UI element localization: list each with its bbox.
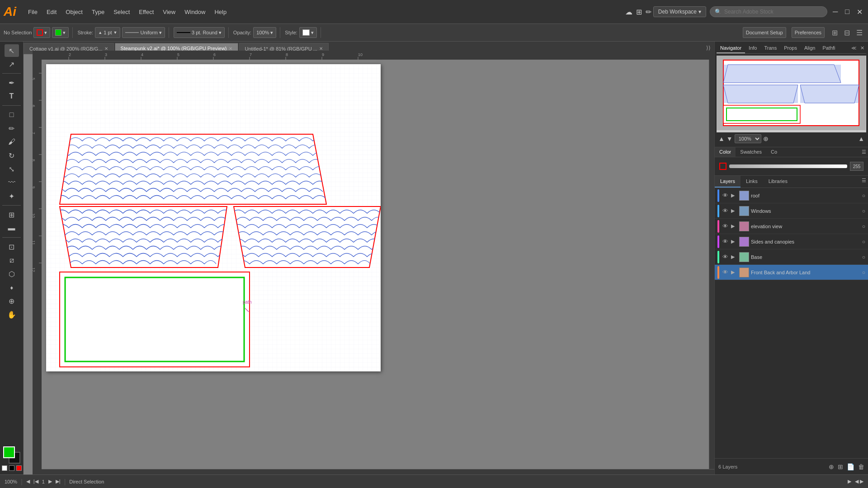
layer-expand-base[interactable]: ▶ — [731, 254, 737, 260]
blend-tool[interactable]: ⬡ — [5, 267, 19, 280]
search-input[interactable] — [724, 9, 815, 15]
layer-item-base[interactable]: 👁 ▶ Base ○ — [715, 249, 868, 265]
pencil-tool[interactable]: ✏ — [5, 122, 19, 135]
page-number[interactable]: 1 — [42, 479, 45, 484]
scale-tool[interactable]: ⤡ — [5, 163, 19, 175]
select-tool[interactable]: ↖ — [5, 44, 19, 57]
color-value[interactable]: 255 — [850, 162, 863, 171]
slice-tool[interactable]: ⧄ — [5, 254, 19, 267]
menu-window[interactable]: Window — [180, 0, 210, 23]
zoom-display[interactable]: 100% — [5, 479, 17, 484]
minimize-icon[interactable]: ─ — [831, 6, 840, 18]
layer-item-roof[interactable]: 👁 ▶ roof ○ — [715, 188, 868, 203]
layer-target-windows[interactable]: ○ — [862, 208, 865, 214]
layers-tab-links[interactable]: Links — [741, 176, 763, 188]
layers-tab-layers[interactable]: Layers — [715, 176, 741, 188]
eyedropper-tool[interactable]: ✦ — [5, 190, 19, 202]
page-prev-icon[interactable]: ◀ — [26, 479, 30, 484]
nav-tab-align[interactable]: Align — [801, 43, 819, 53]
vertical-scrollbar[interactable] — [709, 60, 714, 469]
make-layer-mask-icon[interactable]: ⊕ — [829, 463, 834, 470]
zoom-dropdown[interactable]: 100% — [735, 134, 761, 143]
page-last-icon[interactable]: ▶| — [56, 479, 61, 484]
zoom-in-small-icon[interactable]: ▼ — [726, 135, 733, 142]
pen-tool[interactable]: ✒ — [5, 76, 19, 89]
text-tool[interactable]: T — [5, 90, 19, 103]
layer-expand-frontback[interactable]: ▶ — [731, 269, 737, 275]
paintbrush-tool[interactable]: 🖌 — [5, 136, 19, 148]
navigator-preview[interactable] — [717, 56, 866, 132]
maximize-icon[interactable]: □ — [843, 6, 851, 18]
layer-expand-windows[interactable]: ▶ — [731, 208, 737, 214]
layer-item-windows[interactable]: 👁 ▶ Windows ○ — [715, 203, 868, 219]
layer-target-base[interactable]: ○ — [862, 254, 865, 260]
delete-layer-icon[interactable]: 🗑 — [858, 463, 864, 470]
doc-tab-2-close[interactable]: ✕ — [229, 46, 232, 51]
nav-tab-trans[interactable]: Trans — [760, 43, 780, 53]
layer-vis-sides[interactable]: 👁 — [721, 238, 729, 245]
layer-item-frontback[interactable]: 👁 ▶ Front Back and Arbor Land ○ — [715, 265, 868, 280]
preferences-button[interactable]: Preferences — [792, 27, 825, 38]
zoom-fit-icon[interactable]: ⊕ — [763, 135, 769, 142]
stroke-weight[interactable]: ▲ 1 pt ▼ — [95, 27, 120, 38]
play-button[interactable]: ▶ — [848, 479, 851, 484]
artboard-tool[interactable]: ⊡ — [5, 240, 19, 253]
menu-edit[interactable]: Edit — [42, 0, 61, 23]
color-tab-co[interactable]: Co — [766, 147, 782, 157]
sync-icon[interactable]: ⊞ — [634, 6, 644, 18]
black-swatch[interactable] — [9, 465, 14, 471]
rotate-tool[interactable]: ↻ — [5, 149, 19, 162]
canvas-area[interactable]: Cottage v1.ai @ 200% (RGB/G... ✕ Steampu… — [24, 42, 714, 474]
fill-stroke-swatches[interactable] — [3, 446, 20, 464]
layer-item-elevation[interactable]: 👁 ▶ elevation view ○ — [715, 219, 868, 234]
color-fill-indicator[interactable] — [719, 163, 726, 170]
stroke-value[interactable]: 1 pt — [104, 30, 112, 35]
align-icon[interactable]: ⊟ — [842, 27, 852, 39]
rectangle-tool[interactable]: □ — [5, 108, 19, 121]
search-bar[interactable]: 🔍 — [710, 6, 827, 17]
brush-selector[interactable]: 3 pt. Round ▾ — [174, 27, 225, 38]
direct-select-tool[interactable]: ↗ — [5, 58, 19, 70]
hand-tool[interactable]: ✋ — [5, 308, 19, 321]
doc-setup-button[interactable]: Document Setup — [743, 27, 786, 38]
layer-vis-elevation[interactable]: 👁 — [721, 223, 729, 230]
layer-target-roof[interactable]: ○ — [862, 192, 865, 199]
close-icon[interactable]: ✕ — [855, 6, 864, 18]
warp-tool[interactable]: 〰 — [5, 176, 19, 189]
menu-select[interactable]: Select — [109, 0, 134, 23]
menu-object[interactable]: Object — [61, 0, 87, 23]
zoom-mountain-icon[interactable]: ▲ — [858, 135, 864, 142]
layer-expand-elevation[interactable]: ▶ — [731, 223, 737, 229]
arrange-icon[interactable]: ⊞ — [830, 27, 840, 39]
brush-icon[interactable]: ✏ — [644, 6, 653, 18]
layer-target-sides[interactable]: ○ — [862, 239, 865, 245]
stroke-type[interactable]: Uniform ▾ — [122, 27, 165, 38]
layer-expand-roof[interactable]: ▶ — [731, 192, 737, 198]
layer-target-elevation[interactable]: ○ — [862, 223, 865, 230]
horizontal-scrollbar[interactable] — [42, 469, 714, 474]
color-tab-swatches[interactable]: Swatches — [736, 147, 766, 157]
nav-tab-info[interactable]: Info — [745, 43, 760, 53]
color-tab-color[interactable]: Color — [715, 147, 736, 157]
layer-expand-sides[interactable]: ▶ — [731, 239, 737, 244]
zoom-tool[interactable]: ⊕ — [5, 295, 19, 307]
layer-vis-roof[interactable]: 👁 — [721, 192, 729, 199]
layer-item-sides[interactable]: 👁 ▶ Sides and canopies ○ — [715, 234, 868, 249]
nav-arrows[interactable]: ◀ ▶ — [855, 479, 863, 484]
new-layer-icon[interactable]: 📄 — [847, 463, 854, 470]
page-next-icon[interactable]: ▶ — [48, 479, 52, 484]
stroke-color-selector[interactable]: ▾ — [52, 27, 69, 38]
zoom-out-small-icon[interactable]: ▲ — [718, 135, 725, 142]
more-icon[interactable]: ☰ — [854, 27, 864, 39]
layer-vis-windows[interactable]: 👁 — [721, 207, 729, 214]
workspace-button[interactable]: Deb Workspace ▾ — [653, 6, 706, 17]
cloud-icon[interactable]: ☁ — [623, 6, 634, 18]
new-sublayer-icon[interactable]: ⊞ — [838, 463, 843, 470]
nav-tab-props[interactable]: Props — [780, 43, 801, 53]
style-selector[interactable]: ▾ — [299, 27, 317, 38]
color-slider[interactable] — [729, 164, 847, 168]
red-swatch[interactable] — [16, 465, 22, 471]
fill-selector[interactable]: ▾ — [33, 27, 50, 38]
menu-type[interactable]: Type — [87, 0, 109, 23]
nav-panel-close-icon[interactable]: ✕ — [859, 43, 866, 53]
